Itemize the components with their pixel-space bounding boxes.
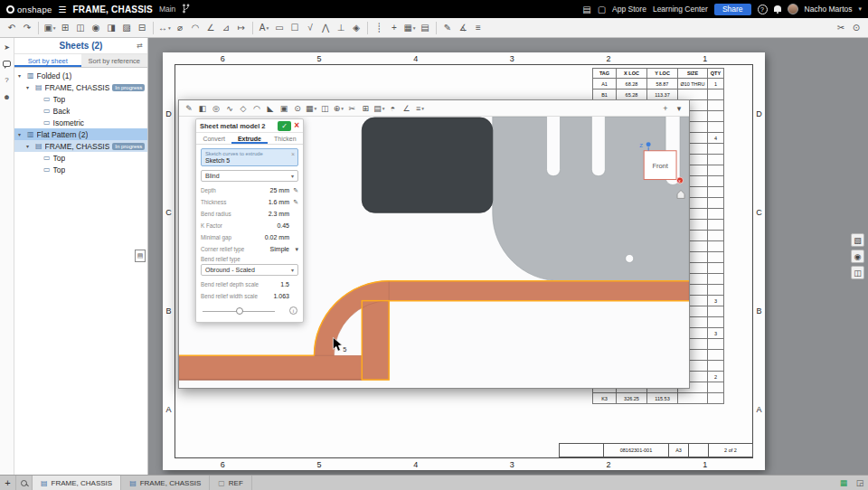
table-icon[interactable]: ▦▾ xyxy=(402,21,417,35)
sheet-metal-icon[interactable]: ▤▾ xyxy=(373,102,385,115)
linear-pattern-icon[interactable]: ▦▾ xyxy=(305,102,317,115)
reorder-icon[interactable]: ⇄ xyxy=(137,42,143,50)
tree-item-back[interactable]: ▭Back xyxy=(14,105,147,117)
section-tool-icon[interactable]: ◫ xyxy=(851,266,864,279)
break-view-icon[interactable]: ⊟ xyxy=(135,21,149,35)
gray-part-face[interactable] xyxy=(493,117,689,281)
help-icon[interactable]: ? xyxy=(5,76,8,84)
field-bend-radius[interactable]: Bend radius2.3 mm xyxy=(201,208,298,220)
field-k-factor[interactable]: K Factor0.45 xyxy=(201,220,298,231)
tree-item-top[interactable]: ▭Top xyxy=(14,93,147,105)
clear-selection-icon[interactable]: × xyxy=(291,151,295,157)
help-icon[interactable]: ? xyxy=(758,5,768,14)
sort-tab-sort-by-reference[interactable]: Sort by reference xyxy=(81,54,148,67)
layers-icon[interactable]: ≡ xyxy=(471,21,486,35)
main-menu-icon[interactable]: ☰ xyxy=(59,5,67,14)
learning-center-link[interactable]: Learning Center xyxy=(653,5,708,14)
callout-icon[interactable]: ☐ xyxy=(288,21,302,35)
slot-cutout[interactable] xyxy=(547,117,561,176)
cancel-button[interactable]: × xyxy=(294,121,299,130)
surface-finish-icon[interactable]: √ xyxy=(303,21,317,35)
angular-dimension-icon[interactable]: ∠ xyxy=(203,21,218,35)
chevron-down-icon[interactable]: ▾ xyxy=(289,246,298,253)
sweep-icon[interactable]: ∿ xyxy=(223,102,236,115)
radial-dimension-icon[interactable]: ◠ xyxy=(188,21,203,35)
caret-icon[interactable]: ▾ xyxy=(18,131,24,137)
extrude-icon[interactable]: ◧ xyxy=(196,102,209,115)
chevron-down-icon[interactable]: ▾ xyxy=(858,5,862,13)
redo-icon[interactable]: ↷ xyxy=(20,21,34,35)
tasks-icon[interactable]: ▤ xyxy=(582,5,590,14)
mirror-icon[interactable]: ◫ xyxy=(318,102,331,115)
dimension-icon[interactable]: ↔▾ xyxy=(157,21,172,35)
chamfer-dimension-icon[interactable]: ⊿ xyxy=(219,21,233,35)
bend-relief-select[interactable]: Obround - Scaled ▾ xyxy=(201,264,298,276)
sort-tab-sort-by-sheet[interactable]: Sort by sheet xyxy=(14,54,81,67)
label-icon[interactable]: ▭ xyxy=(272,21,287,35)
override-pencil-icon[interactable]: ✎ xyxy=(289,187,298,194)
select-icon[interactable]: ➤ xyxy=(4,43,10,52)
undo-icon[interactable]: ↶ xyxy=(5,21,19,35)
sketch-icon[interactable]: ✎ xyxy=(440,21,455,35)
hole-table-icon[interactable]: ▤ xyxy=(418,21,432,35)
sketch-icon[interactable]: ✎ xyxy=(183,102,195,115)
centerline-icon[interactable]: ┊ xyxy=(372,21,386,35)
pages-panel-icon[interactable]: ▤ xyxy=(135,250,146,262)
note-icon[interactable]: A▾ xyxy=(257,21,271,35)
doc-tab-frame-chassis[interactable]: ▤FRAME, CHASSIS xyxy=(121,476,210,490)
field-value[interactable]: 1.5 xyxy=(280,281,289,287)
part-studio-window[interactable]: ✎◧◎∿◇◠◣▣⊙▦▾◫⊕▾✂⊞▤▾◓∠≡▾+▾ xyxy=(178,99,690,389)
center-mark-icon[interactable]: + xyxy=(387,21,401,35)
section-view-icon[interactable]: ◫ xyxy=(73,21,88,35)
sheet-metal-flange-top[interactable] xyxy=(389,281,689,301)
view-shading-icon[interactable]: ▧ xyxy=(851,233,864,247)
ordinate-dimension-icon[interactable]: ↦ xyxy=(234,21,249,35)
weld-symbol-icon[interactable]: ⋀ xyxy=(318,21,333,35)
tab-thicken[interactable]: Thicken xyxy=(268,133,303,144)
sketch-selection-box[interactable]: Sketch curves to extrude Sketch 5 × xyxy=(201,148,298,166)
diameter-dimension-icon[interactable]: ⌀ xyxy=(173,21,187,35)
field-value[interactable]: 0.02 mm xyxy=(265,234,289,240)
notifications-icon[interactable] xyxy=(774,5,781,12)
caret-icon[interactable]: ▾ xyxy=(26,143,33,149)
revolve-icon[interactable]: ◎ xyxy=(210,102,222,115)
search-tabs-button[interactable] xyxy=(16,476,33,490)
doc-tab-ref[interactable]: ▢REF xyxy=(210,476,252,490)
add-tool-icon[interactable]: + xyxy=(659,102,672,115)
tree-item-flat-pattern-2[interactable]: ▾▥Flat Pattern (2) xyxy=(14,128,147,140)
trim-icon[interactable]: ✂ xyxy=(834,21,848,35)
feature-list-icon[interactable]: ≡▾ xyxy=(414,102,427,115)
tab-convert[interactable]: Convert xyxy=(196,133,231,144)
projected-view-icon[interactable]: ⊞ xyxy=(58,21,72,35)
geometric-tolerance-icon[interactable]: ◈ xyxy=(349,21,363,35)
shell-icon[interactable]: ▣ xyxy=(278,102,290,115)
zoom-window-icon[interactable]: ⊙ xyxy=(849,21,863,35)
field-value[interactable]: 1.6 mm xyxy=(269,199,289,205)
field-bend-relief-depth-scale[interactable]: Bend relief depth scale1.5 xyxy=(201,278,298,290)
branch-icon[interactable] xyxy=(182,4,190,15)
comment-icon[interactable] xyxy=(3,61,11,67)
field-bend-relief-width-scale[interactable]: Bend relief width scale1.063 xyxy=(201,290,298,302)
slot-cutout[interactable] xyxy=(591,117,605,176)
measure-icon[interactable]: ∡ xyxy=(456,21,470,35)
dark-part-face[interactable] xyxy=(362,118,492,212)
field-corner-relief-type[interactable]: Corner relief typeSimple▾ xyxy=(201,243,298,255)
hole-icon[interactable]: ⊙ xyxy=(291,102,304,115)
sheet-metal-web[interactable] xyxy=(362,301,389,380)
field-value[interactable]: 25 mm xyxy=(270,187,289,193)
slider-handle[interactable] xyxy=(236,307,243,315)
caret-icon[interactable]: ▾ xyxy=(18,72,24,79)
z-axis-dot[interactable] xyxy=(646,142,651,146)
field-value[interactable]: Simple xyxy=(270,246,289,252)
tree-item-frame-chassis[interactable]: ▾▤FRAME, CHASSISIn progress xyxy=(14,81,147,93)
caret-icon[interactable]: ▾ xyxy=(26,84,33,90)
doc-tab-frame-chassis[interactable]: ▤FRAME, CHASSIS xyxy=(33,476,121,490)
crop-view-icon[interactable]: ▨ xyxy=(119,21,134,35)
user-name[interactable]: Nacho Martos xyxy=(805,5,853,14)
tree-item-top[interactable]: ▭Top xyxy=(14,152,147,164)
resize-corner-icon[interactable]: ◲ xyxy=(852,476,868,490)
viewcube-face-label[interactable]: Front xyxy=(652,162,668,170)
draft-icon[interactable]: ∠ xyxy=(401,102,413,115)
width-scale-slider[interactable]: i xyxy=(201,304,298,317)
tree-item-isometric[interactable]: ▭Isometric xyxy=(14,117,147,128)
